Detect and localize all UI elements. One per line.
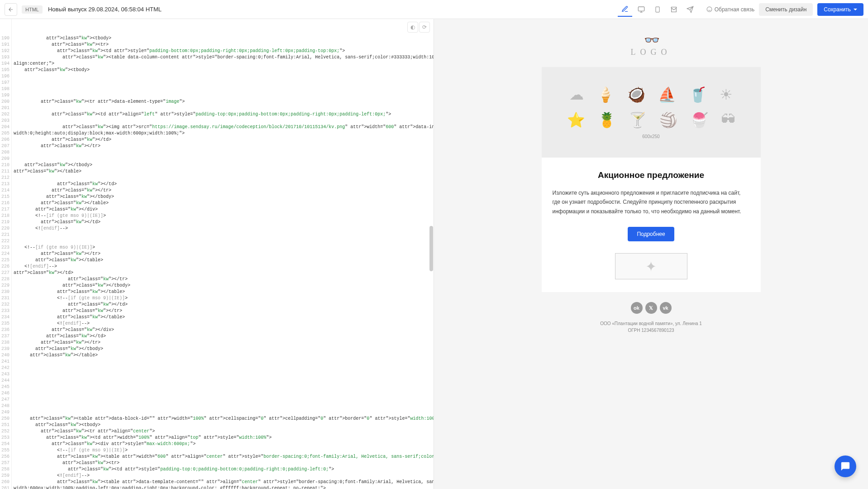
save-label: Сохранить — [824, 6, 851, 13]
mobile-preview-icon[interactable] — [650, 2, 665, 17]
ball-icon: 🏐 — [659, 111, 677, 129]
footer-text: ООО «Плантации водной памяти», ул. Ленин… — [600, 320, 702, 334]
code-editor-pane: ◐ ⟳ 190191192193194195196197198199200201… — [0, 19, 434, 489]
sailboat-icon: ⛵ — [658, 86, 676, 103]
back-button[interactable] — [5, 3, 17, 16]
sunglasses-icon: 🕶 — [721, 111, 735, 129]
send-icon[interactable] — [683, 2, 697, 17]
feedback-link[interactable]: Обратная связь — [706, 6, 754, 13]
document-title: Новый выпуск 29.08.2024, 06:58:04 HTML — [48, 6, 618, 13]
svg-rect-3 — [656, 7, 659, 12]
desktop-preview-icon[interactable] — [634, 2, 649, 17]
more-button[interactable]: Подробнее — [628, 227, 674, 241]
svg-point-5 — [707, 7, 712, 12]
footer-ogrn: ОГРН 1234567890123 — [600, 327, 702, 334]
offer-body: Изложите суть акционного предложения и п… — [553, 188, 750, 216]
drink-icon: 🥤 — [689, 86, 707, 103]
cloud-icon: ☁ — [569, 86, 584, 103]
save-button[interactable]: Сохранить — [817, 3, 863, 16]
chevron-down-icon — [854, 9, 857, 10]
logo-block: 👓 LOGO — [631, 33, 672, 57]
sponsor-placeholder: ✦ — [615, 253, 687, 279]
edit-mode-icon[interactable] — [618, 2, 632, 17]
line-gutter: 1901911921931941951961971981992002012022… — [0, 19, 12, 489]
x-icon[interactable]: 𝕏 — [645, 302, 657, 314]
scrollbar-thumb[interactable] — [429, 226, 433, 271]
content-card: Акционное предложение Изложите суть акци… — [542, 158, 761, 292]
svg-rect-0 — [638, 7, 644, 11]
chat-fab[interactable] — [835, 455, 856, 477]
sun-icon: ☀ — [720, 86, 733, 103]
offer-heading: Акционное предложение — [553, 170, 750, 180]
hero-dimensions: 600x250 — [642, 134, 659, 139]
starfish-icon: ⭐ — [567, 111, 585, 129]
popsicle-icon: 🍦 — [596, 86, 615, 103]
email-preview-pane: 👓 LOGO ☁ 🍦 🥥 ⛵ 🥤 ☀ ⭐ 🍍 🍸 🏐 🍧 🕶 600x250 А… — [434, 19, 868, 489]
social-icons: ok 𝕏 vk — [631, 302, 672, 314]
editor-scrollbar[interactable] — [429, 35, 434, 489]
logo-text: LOGO — [631, 48, 672, 57]
coconut-icon: 🥥 — [627, 86, 645, 103]
theme-toggle-icon[interactable]: ◐ — [407, 22, 418, 33]
footer-company: ООО «Плантации водной памяти», ул. Ленин… — [600, 320, 702, 327]
format-badge: HTML — [22, 5, 43, 14]
change-design-button[interactable]: Сменить дизайн — [759, 3, 813, 16]
code-area[interactable]: attr">class="kw"><tbody> attr">class="kw… — [12, 19, 434, 489]
ok-icon[interactable]: ok — [631, 302, 643, 314]
top-toolbar: HTML Новый выпуск 29.08.2024, 06:58:04 H… — [0, 0, 868, 19]
vk-icon[interactable]: vk — [660, 302, 672, 314]
history-icon[interactable]: ⟳ — [419, 22, 430, 33]
pineapple-icon: 🍍 — [598, 111, 616, 129]
icecream-icon: 🍧 — [690, 111, 708, 129]
glasses-icon: 👓 — [631, 33, 672, 48]
feedback-label: Обратная связь — [715, 6, 754, 13]
inbox-icon[interactable] — [667, 2, 681, 17]
hero-image-placeholder: ☁ 🍦 🥥 ⛵ 🥤 ☀ ⭐ 🍍 🍸 🏐 🍧 🕶 600x250 — [542, 67, 761, 158]
cocktail-icon: 🍸 — [629, 111, 647, 129]
